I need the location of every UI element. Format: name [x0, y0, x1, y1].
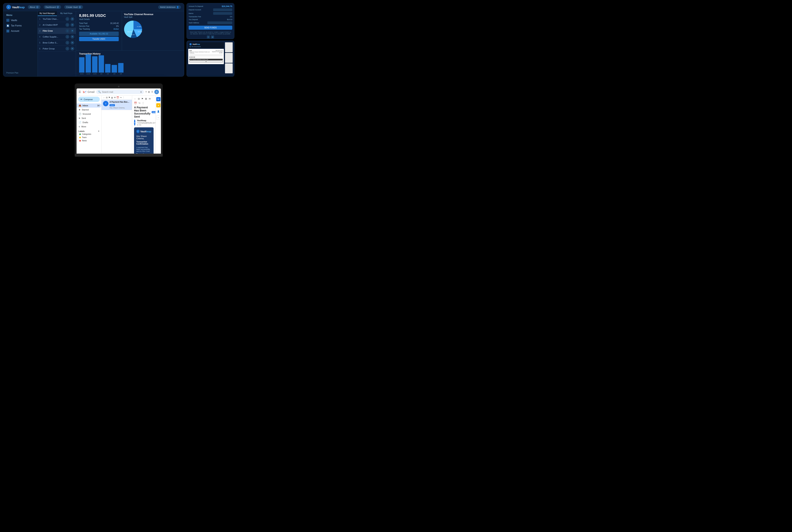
google-tasks-icon[interactable]: ★	[156, 103, 160, 108]
vault-item-5[interactable]: 5 Brew Coffee S... i 👁	[38, 40, 76, 46]
archive-icon[interactable]: ⊟	[106, 96, 108, 99]
more-icon: ∨	[78, 125, 80, 128]
email-from: V Vaultleap <noreply@klydo.io> to me	[134, 119, 154, 126]
google-meet-icon[interactable]: M	[156, 97, 160, 101]
search-input[interactable]	[102, 91, 139, 93]
sidebar-item-vaults[interactable]: ⌂ Vaults	[3, 18, 38, 23]
delete-detail-icon[interactable]: 🗑	[145, 97, 147, 100]
bar-5: 1/4	[112, 65, 117, 75]
nav-create-vault[interactable]: Create Vault +	[64, 5, 83, 9]
back-detail-icon[interactable]: ←	[134, 97, 136, 100]
label-news[interactable]: News	[78, 139, 99, 142]
total-paid-label: Total Paid	[79, 22, 88, 24]
vault-info-btn-6[interactable]: i	[65, 47, 69, 51]
report-icon[interactable]: ⚑	[109, 96, 110, 99]
vault-info-btn-2[interactable]: i	[65, 23, 69, 27]
compose-button[interactable]: ✏ Compose	[78, 97, 100, 102]
hamburger-icon[interactable]: ☰	[78, 90, 81, 93]
user-avatar[interactable]: A	[154, 90, 159, 94]
clock-detail-icon[interactable]: ⏰	[134, 102, 137, 104]
dashboard-main: ≡ Vaultleap About i Dashboard ✓ Create V…	[3, 3, 184, 77]
taxforms-label: Tax Forms	[11, 24, 22, 27]
vault-view-btn-5[interactable]: 👁	[71, 41, 74, 45]
send-funds-btn[interactable]: SEND FUNDS	[189, 26, 232, 30]
report-detail-icon[interactable]: ⚑	[141, 97, 143, 100]
forward2-icon[interactable]: ↪	[120, 96, 121, 99]
grid-icon[interactable]: ⠿	[151, 91, 153, 93]
filter-icon[interactable]: ⚙	[140, 91, 142, 93]
pie-panel: YouTube Channel Revenue Vault Split	[122, 11, 184, 50]
vault-view-btn-6[interactable]: 👁	[71, 47, 74, 51]
vault-info-btn-1[interactable]: i	[65, 17, 69, 21]
gmail-nav-drafts[interactable]: 📄 Drafts	[77, 120, 101, 125]
inbox-icon: 📥	[78, 104, 81, 107]
w9-page-2[interactable]	[225, 53, 233, 63]
gmail-nav-snoozed[interactable]: 🕐 Snoozed	[77, 112, 101, 116]
move-icon[interactable]: ↪	[138, 102, 140, 104]
label-team[interactable]: Team	[78, 136, 99, 139]
memo-input[interactable]	[213, 12, 232, 15]
tab-vault-keys[interactable]: My Vault Keys	[57, 11, 76, 16]
transfer-btn[interactable]: Transfer USDC	[79, 37, 119, 41]
news-dot	[79, 140, 81, 141]
vault-info-btn-3[interactable]: i	[65, 29, 69, 33]
w9-form-lines: Part I Taxpayer Identification Number (T…	[189, 54, 223, 62]
laptop-base	[75, 154, 163, 157]
document-icon: 📄	[6, 24, 9, 27]
discord-icon[interactable]: D	[207, 35, 210, 38]
back-icon[interactable]: ←	[103, 96, 105, 99]
search-bar[interactable]: 🔍 ⚙	[96, 90, 144, 94]
vault-item-6[interactable]: 6 Poker Group i 👁	[38, 46, 76, 52]
address-input[interactable]	[207, 21, 232, 24]
label-categories[interactable]: Categories	[78, 133, 99, 136]
email-preview-1: Hey Shaun Cinema,	[110, 107, 130, 109]
sidebar-item-taxforms[interactable]: 📄 Tax Forms	[3, 23, 38, 28]
w9-page-3[interactable]	[225, 63, 233, 73]
email-item-1[interactable]: V A Payment Has Been Successfully Sent I…	[101, 100, 132, 110]
gmail-nav-more[interactable]: ∨ More	[77, 125, 101, 129]
header-icons: ? ⚙ ⠿ A	[145, 90, 159, 94]
envelope-icon[interactable]: ✉	[114, 96, 116, 99]
help-icon[interactable]: ?	[145, 91, 147, 93]
gmail-nav-inbox[interactable]: 📥 Inbox 14	[77, 103, 101, 108]
gmail-nav-starred[interactable]: ★ Starred	[77, 108, 101, 112]
premium-label: Premium Plan	[3, 71, 38, 75]
email-icon[interactable]: @	[211, 35, 214, 38]
google-contacts-icon[interactable]: 👤	[156, 109, 160, 114]
w9-irs-note: Give Form to the requester. Do not send …	[211, 50, 223, 53]
vault-item-2[interactable]: 2 AI Chatbot MVP i 👁	[38, 22, 76, 28]
w9-part-1: Part I Taxpayer Identification Number (T…	[189, 59, 223, 60]
vault-item-3[interactable]: 3 Film Crew i 👁	[38, 28, 76, 34]
gmail-nav-sent[interactable]: ➤ Sent	[77, 116, 101, 120]
fee-label: Transaction Fee	[189, 16, 201, 18]
vault-view-btn-2[interactable]: 👁	[71, 23, 74, 27]
more2-icon[interactable]: ⋮	[122, 96, 124, 99]
vault-info-btn-5[interactable]: i	[65, 41, 69, 45]
vault-view-btn-4[interactable]: 👁	[71, 35, 74, 39]
archive-detail-icon[interactable]: ⊟	[138, 97, 140, 100]
add-sidebar-icon[interactable]: +	[156, 115, 160, 120]
nav-about[interactable]: About i	[28, 5, 41, 9]
nav-dashboard[interactable]: Dashboard ✓	[44, 5, 61, 9]
send-help-text: Need help? Reach out via email or create…	[189, 31, 232, 35]
service-fee-row: Service Fee 1%	[79, 25, 119, 27]
top-panels: 8,891.99 USDC Vault Details Total Paid 1…	[76, 11, 184, 50]
bar-6: 1/5	[118, 63, 123, 75]
vault-view-btn-3[interactable]: 👁	[71, 29, 74, 33]
more-detail-icon[interactable]: ⋮	[142, 102, 144, 104]
send-memo-row: Memo	[189, 12, 232, 15]
settings-icon[interactable]: ⚙	[148, 91, 150, 93]
add-label-btn[interactable]: +	[98, 130, 99, 133]
w9-page-1[interactable]	[225, 42, 233, 52]
vault-item-1[interactable]: 1 YouTube Chan... i 👁	[38, 16, 76, 22]
delete-icon[interactable]: 🗑	[111, 96, 113, 99]
to-me: to me	[137, 124, 155, 126]
envelope-detail-icon[interactable]: ✉	[149, 97, 151, 100]
clock-icon[interactable]: ⏰	[116, 96, 119, 99]
vault-info-btn-4[interactable]: i	[65, 35, 69, 39]
deposit-input[interactable]	[213, 8, 232, 11]
vault-view-btn-1[interactable]: 👁	[71, 17, 74, 21]
vault-item-4[interactable]: 4 Coffee Supplie... i 👁	[38, 34, 76, 40]
sidebar-item-account[interactable]: ⚙ Account	[3, 28, 38, 34]
tab-vault-manager[interactable]: My Vault Manager	[38, 11, 57, 16]
